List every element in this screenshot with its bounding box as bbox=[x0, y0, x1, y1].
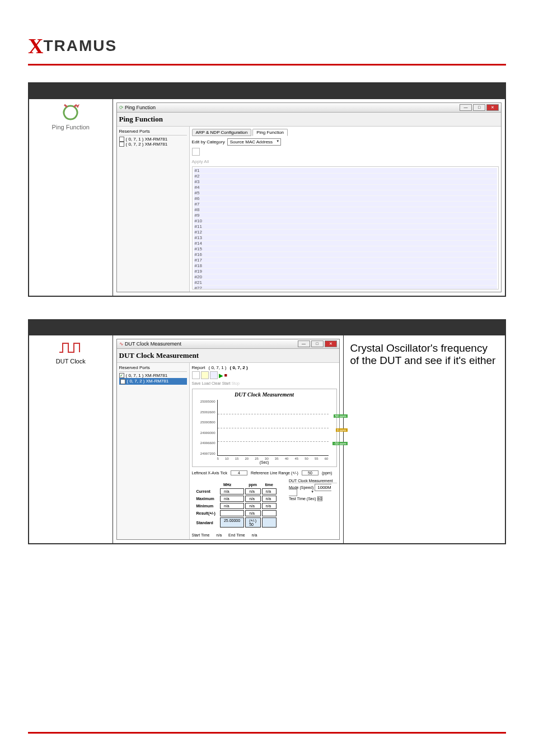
logo-x: X bbox=[28, 34, 43, 58]
report-port-a: ( 0, 7, 1 ) bbox=[209, 365, 227, 370]
clear-icon[interactable] bbox=[210, 371, 218, 379]
save-icon[interactable] bbox=[192, 371, 200, 379]
refline-input[interactable]: 50 bbox=[302, 470, 318, 475]
list-item[interactable]: #19 bbox=[194, 269, 498, 274]
refline-label: Reference Line Range (+/-) bbox=[251, 471, 298, 475]
list-item[interactable]: #10 bbox=[194, 218, 498, 224]
ping-icon-label: Ping Function bbox=[52, 124, 90, 130]
list-item[interactable]: #16 bbox=[194, 252, 498, 258]
col-mhz: MHz bbox=[220, 482, 244, 487]
load-icon[interactable] bbox=[201, 371, 209, 379]
tool-icon[interactable] bbox=[192, 148, 200, 156]
list-item[interactable]: #2 bbox=[194, 174, 498, 179]
stop-icon[interactable]: ■ bbox=[224, 372, 227, 378]
chart-plot: 25005000 25002600 25000800 24999000 2499… bbox=[217, 400, 329, 456]
ppm-unit-label: (ppm) bbox=[322, 471, 332, 475]
dut-clock-icon-cell: DUT Clock bbox=[29, 335, 113, 544]
list-item[interactable]: #14 bbox=[194, 241, 498, 246]
window-title: ⟳ Ping Function bbox=[119, 105, 156, 110]
ping-function-window: ⟳ Ping Function — □ ✕ Ping Function Rese… bbox=[116, 102, 502, 292]
dut-clock-measurement-label: DUT Clock Measurement bbox=[289, 479, 337, 483]
list-item[interactable]: #12 bbox=[194, 230, 498, 235]
leftmost-tick-input[interactable]: 4 bbox=[231, 470, 247, 475]
reserved-ports-label: Reserved Ports bbox=[119, 365, 187, 372]
starttime-label: Start Time bbox=[192, 533, 210, 537]
edit-by-category-label: Edit by Category bbox=[192, 139, 225, 144]
checkbox-icon[interactable] bbox=[119, 137, 124, 142]
maximize-button[interactable]: □ bbox=[473, 104, 485, 111]
chart-title: DUT Clock Measurement bbox=[195, 391, 334, 398]
brand-logo: X TRAMUS bbox=[28, 34, 506, 58]
tab-ping-function[interactable]: Ping Function bbox=[252, 129, 288, 136]
port-item-selected[interactable]: ( 0, 7, 2 ) XM-RM781 bbox=[119, 378, 187, 384]
list-item[interactable]: #1 bbox=[194, 168, 498, 174]
category-select[interactable]: Source MAC Address bbox=[227, 138, 281, 146]
waveform-icon bbox=[58, 340, 83, 356]
ping-icon bbox=[59, 104, 82, 122]
checkbox-icon[interactable] bbox=[119, 373, 124, 378]
stats-table: MHz ppm time Currentn/an/an/a Maximumn/a… bbox=[192, 481, 278, 529]
minimize-button[interactable]: — bbox=[298, 340, 310, 347]
checkbox-icon[interactable] bbox=[119, 142, 124, 147]
reserved-ports-panel: Reserved Ports ( 0, 7, 1 ) XM-RM781 ( 0,… bbox=[117, 363, 190, 539]
list-item[interactable]: #18 bbox=[194, 263, 498, 269]
ping-function-section: Ping Function ⟳ Ping Function — □ ✕ Ping… bbox=[28, 82, 506, 297]
window-title: ∿ DUT Clock Measurement bbox=[119, 341, 181, 347]
minimize-button[interactable]: — bbox=[460, 104, 472, 111]
ppm-plus-label: 50 ppm bbox=[334, 414, 347, 418]
list-item[interactable]: #9 bbox=[194, 213, 498, 218]
chart-area: DUT Clock Measurement 25005000 25002600 … bbox=[192, 389, 337, 467]
list-item[interactable]: #21 bbox=[194, 280, 498, 286]
list-item[interactable]: #8 bbox=[194, 207, 498, 213]
start-icon[interactable]: ▶ bbox=[219, 372, 223, 379]
leftmost-tick-label: Leftmost X-Axis Tick bbox=[192, 471, 227, 475]
list-item[interactable]: #17 bbox=[194, 258, 498, 263]
endtime-label: End Time bbox=[228, 533, 245, 537]
ppm-zero-label: 0 ppm bbox=[336, 428, 348, 432]
list-item[interactable]: #3 bbox=[194, 179, 498, 185]
window-heading: Ping Function bbox=[117, 113, 502, 127]
list-item[interactable]: #15 bbox=[194, 246, 498, 252]
list-item[interactable]: #5 bbox=[194, 190, 498, 196]
dut-clock-description: Crystal Oscillator's frequency of the DU… bbox=[343, 335, 505, 544]
checkbox-icon[interactable] bbox=[120, 379, 125, 384]
report-label: Report bbox=[192, 365, 205, 370]
x-axis-label: (Sec) bbox=[195, 460, 334, 464]
list-item[interactable]: #11 bbox=[194, 224, 498, 230]
y-axis-ticks: 25005000 25002600 25000800 24999000 2499… bbox=[196, 400, 216, 455]
header-divider bbox=[28, 64, 506, 66]
port-item[interactable]: ( 0, 7, 1 ) XM-RM781 bbox=[119, 373, 187, 378]
testtime-label: Test Time (Sec) bbox=[289, 497, 316, 501]
port-item[interactable]: ( 0, 7, 2 ) XM-RM781 bbox=[119, 142, 187, 147]
window-heading: DUT Clock Measurement bbox=[117, 349, 339, 363]
testtime-input[interactable]: 60 bbox=[317, 496, 323, 501]
list-item[interactable]: #20 bbox=[194, 274, 498, 280]
dut-clock-window: ∿ DUT Clock Measurement — □ ✕ DUT Clock … bbox=[116, 339, 340, 540]
close-button[interactable]: ✕ bbox=[486, 104, 499, 111]
footer-divider bbox=[28, 732, 506, 734]
port-item[interactable]: ( 0, 7, 1 ) XM-RM781 bbox=[119, 137, 187, 142]
list-item[interactable]: #13 bbox=[194, 235, 498, 241]
starttime-value: n/a bbox=[216, 533, 222, 537]
tab-arp-ndp[interactable]: ARP & NDP Configuration bbox=[192, 129, 252, 136]
col-time: time bbox=[262, 482, 277, 487]
report-port-b: ( 0, 7, 2 ) bbox=[230, 365, 248, 370]
reserved-ports-panel: Reserved Ports ( 0, 7, 1 ) XM-RM781 ( 0,… bbox=[117, 127, 190, 292]
maximize-button[interactable]: □ bbox=[311, 340, 324, 347]
logo-text: TRAMUS bbox=[43, 37, 117, 55]
close-button[interactable]: ✕ bbox=[325, 340, 337, 347]
list-item[interactable]: #4 bbox=[194, 185, 498, 190]
ppm-minus-label: -50 ppm bbox=[332, 442, 347, 445]
dut-clock-icon-label: DUT Clock bbox=[56, 358, 86, 365]
col-ppm: ppm bbox=[245, 482, 260, 487]
list-item[interactable]: #6 bbox=[194, 196, 498, 202]
ping-function-icon-cell: Ping Function bbox=[29, 99, 113, 296]
apply-all-button[interactable]: Apply All bbox=[192, 159, 499, 164]
dut-clock-section: DUT Clock ∿ DUT Clock Measurement — □ ✕ … bbox=[28, 319, 506, 545]
row-list[interactable]: #1 #2 #3 #4 #5 #6 #7 #8 #9 #10 #11 bbox=[192, 166, 499, 290]
tab-bar: ARP & NDP Configuration Ping Function bbox=[192, 129, 499, 136]
reserved-ports-label: Reserved Ports bbox=[119, 129, 187, 136]
list-item[interactable]: #22 bbox=[194, 286, 498, 290]
endtime-value: n/a bbox=[252, 533, 257, 537]
list-item[interactable]: #7 bbox=[194, 202, 498, 207]
